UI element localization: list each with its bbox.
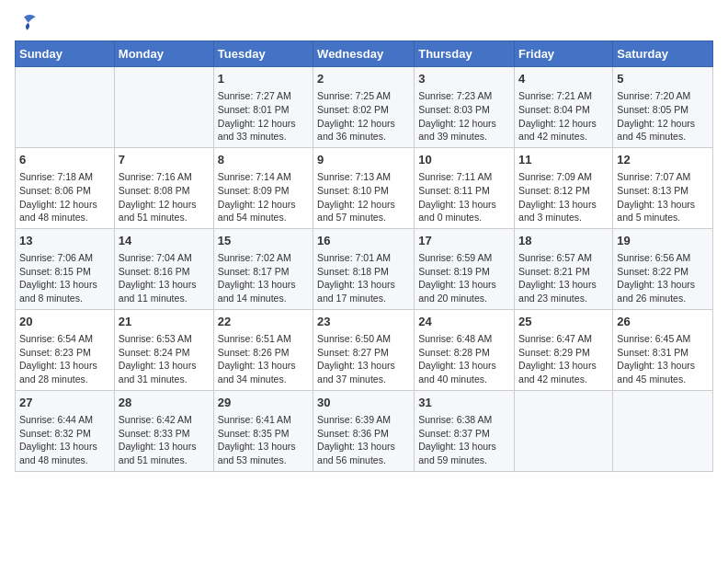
day-header-saturday: Saturday	[613, 41, 713, 67]
cell-content: Sunrise: 6:39 AM Sunset: 8:36 PM Dayligh…	[317, 413, 410, 467]
calendar-cell	[613, 390, 713, 471]
calendar-cell	[515, 390, 613, 471]
cell-content: Sunrise: 7:16 AM Sunset: 8:08 PM Dayligh…	[119, 170, 210, 224]
calendar-cell: 17Sunrise: 6:59 AM Sunset: 8:19 PM Dayli…	[415, 228, 515, 309]
calendar-cell	[114, 67, 213, 148]
cell-content: Sunrise: 6:44 AM Sunset: 8:32 PM Dayligh…	[19, 413, 110, 467]
cell-content: Sunrise: 6:38 AM Sunset: 8:37 PM Dayligh…	[418, 413, 510, 467]
calendar-cell: 24Sunrise: 6:48 AM Sunset: 8:28 PM Dayli…	[415, 309, 515, 390]
day-number: 27	[19, 395, 110, 411]
cell-content: Sunrise: 7:21 AM Sunset: 8:04 PM Dayligh…	[518, 89, 609, 144]
calendar-cell: 7Sunrise: 7:16 AM Sunset: 8:08 PM Daylig…	[114, 147, 213, 228]
calendar-cell: 23Sunrise: 6:50 AM Sunset: 8:27 PM Dayli…	[313, 309, 415, 390]
day-number: 11	[518, 152, 609, 168]
calendar-cell: 20Sunrise: 6:54 AM Sunset: 8:23 PM Dayli…	[16, 309, 115, 390]
cell-content: Sunrise: 6:59 AM Sunset: 8:19 PM Dayligh…	[418, 251, 510, 305]
day-number: 21	[119, 314, 210, 330]
calendar-cell: 29Sunrise: 6:41 AM Sunset: 8:35 PM Dayli…	[213, 390, 313, 471]
day-number: 8	[218, 152, 309, 168]
day-header-thursday: Thursday	[415, 41, 515, 67]
cell-content: Sunrise: 7:01 AM Sunset: 8:18 PM Dayligh…	[317, 251, 410, 305]
day-number: 13	[19, 233, 110, 249]
day-number: 16	[317, 233, 410, 249]
calendar-cell: 11Sunrise: 7:09 AM Sunset: 8:12 PM Dayli…	[515, 147, 613, 228]
day-number: 28	[119, 395, 210, 411]
day-number: 5	[617, 71, 709, 87]
day-number: 29	[218, 395, 309, 411]
day-number: 26	[617, 314, 709, 330]
calendar-table: SundayMondayTuesdayWednesdayThursdayFrid…	[15, 40, 713, 472]
cell-content: Sunrise: 7:06 AM Sunset: 8:15 PM Dayligh…	[19, 251, 110, 305]
calendar-cell: 28Sunrise: 6:42 AM Sunset: 8:33 PM Dayli…	[114, 390, 213, 471]
cell-content: Sunrise: 7:25 AM Sunset: 8:02 PM Dayligh…	[317, 89, 410, 144]
calendar-cell: 8Sunrise: 7:14 AM Sunset: 8:09 PM Daylig…	[213, 147, 313, 228]
calendar-cell: 27Sunrise: 6:44 AM Sunset: 8:32 PM Dayli…	[16, 390, 115, 471]
week-row-2: 6Sunrise: 7:18 AM Sunset: 8:06 PM Daylig…	[16, 147, 713, 228]
calendar-cell: 2Sunrise: 7:25 AM Sunset: 8:02 PM Daylig…	[313, 67, 415, 148]
days-header-row: SundayMondayTuesdayWednesdayThursdayFrid…	[16, 41, 713, 67]
cell-content: Sunrise: 7:27 AM Sunset: 8:01 PM Dayligh…	[218, 89, 309, 144]
calendar-cell: 14Sunrise: 7:04 AM Sunset: 8:16 PM Dayli…	[114, 228, 213, 309]
cell-content: Sunrise: 6:56 AM Sunset: 8:22 PM Dayligh…	[617, 251, 709, 305]
calendar-cell: 15Sunrise: 7:02 AM Sunset: 8:17 PM Dayli…	[213, 228, 313, 309]
calendar-cell: 21Sunrise: 6:53 AM Sunset: 8:24 PM Dayli…	[114, 309, 213, 390]
calendar-cell: 6Sunrise: 7:18 AM Sunset: 8:06 PM Daylig…	[16, 147, 115, 228]
cell-content: Sunrise: 7:18 AM Sunset: 8:06 PM Dayligh…	[19, 170, 110, 224]
day-number: 1	[218, 71, 309, 87]
day-number: 2	[317, 71, 410, 87]
cell-content: Sunrise: 6:51 AM Sunset: 8:26 PM Dayligh…	[218, 332, 309, 386]
cell-content: Sunrise: 7:02 AM Sunset: 8:17 PM Dayligh…	[218, 251, 309, 305]
day-number: 23	[317, 314, 410, 330]
calendar-cell	[16, 67, 115, 148]
cell-content: Sunrise: 6:50 AM Sunset: 8:27 PM Dayligh…	[317, 332, 410, 386]
cell-content: Sunrise: 6:45 AM Sunset: 8:31 PM Dayligh…	[617, 332, 709, 386]
logo	[15, 15, 39, 33]
cell-content: Sunrise: 7:14 AM Sunset: 8:09 PM Dayligh…	[218, 170, 309, 224]
day-header-wednesday: Wednesday	[313, 41, 415, 67]
day-header-friday: Friday	[515, 41, 613, 67]
week-row-1: 1Sunrise: 7:27 AM Sunset: 8:01 PM Daylig…	[16, 67, 713, 148]
day-number: 22	[218, 314, 309, 330]
calendar-cell: 19Sunrise: 6:56 AM Sunset: 8:22 PM Dayli…	[613, 228, 713, 309]
calendar-cell: 13Sunrise: 7:06 AM Sunset: 8:15 PM Dayli…	[16, 228, 115, 309]
cell-content: Sunrise: 7:13 AM Sunset: 8:10 PM Dayligh…	[317, 170, 410, 224]
week-row-5: 27Sunrise: 6:44 AM Sunset: 8:32 PM Dayli…	[16, 390, 713, 471]
cell-content: Sunrise: 7:20 AM Sunset: 8:05 PM Dayligh…	[617, 89, 709, 144]
day-number: 12	[617, 152, 709, 168]
cell-content: Sunrise: 6:57 AM Sunset: 8:21 PM Dayligh…	[518, 251, 609, 305]
calendar-cell: 10Sunrise: 7:11 AM Sunset: 8:11 PM Dayli…	[415, 147, 515, 228]
cell-content: Sunrise: 7:11 AM Sunset: 8:11 PM Dayligh…	[418, 170, 510, 224]
day-number: 18	[518, 233, 609, 249]
day-number: 24	[418, 314, 510, 330]
calendar-cell: 16Sunrise: 7:01 AM Sunset: 8:18 PM Dayli…	[313, 228, 415, 309]
calendar-cell: 30Sunrise: 6:39 AM Sunset: 8:36 PM Dayli…	[313, 390, 415, 471]
header	[15, 15, 713, 33]
day-number: 7	[119, 152, 210, 168]
day-header-tuesday: Tuesday	[213, 41, 313, 67]
calendar-cell: 25Sunrise: 6:47 AM Sunset: 8:29 PM Dayli…	[515, 309, 613, 390]
calendar-cell: 9Sunrise: 7:13 AM Sunset: 8:10 PM Daylig…	[313, 147, 415, 228]
day-number: 30	[317, 395, 410, 411]
calendar-cell: 22Sunrise: 6:51 AM Sunset: 8:26 PM Dayli…	[213, 309, 313, 390]
cell-content: Sunrise: 7:23 AM Sunset: 8:03 PM Dayligh…	[418, 89, 510, 144]
day-header-monday: Monday	[114, 41, 213, 67]
day-number: 31	[418, 395, 510, 411]
week-row-4: 20Sunrise: 6:54 AM Sunset: 8:23 PM Dayli…	[16, 309, 713, 390]
week-row-3: 13Sunrise: 7:06 AM Sunset: 8:15 PM Dayli…	[16, 228, 713, 309]
day-number: 15	[218, 233, 309, 249]
cell-content: Sunrise: 6:48 AM Sunset: 8:28 PM Dayligh…	[418, 332, 510, 386]
day-number: 17	[418, 233, 510, 249]
cell-content: Sunrise: 6:47 AM Sunset: 8:29 PM Dayligh…	[518, 332, 609, 386]
calendar-cell: 26Sunrise: 6:45 AM Sunset: 8:31 PM Dayli…	[613, 309, 713, 390]
cell-content: Sunrise: 6:53 AM Sunset: 8:24 PM Dayligh…	[119, 332, 210, 386]
cell-content: Sunrise: 7:07 AM Sunset: 8:13 PM Dayligh…	[617, 170, 709, 224]
calendar-cell: 12Sunrise: 7:07 AM Sunset: 8:13 PM Dayli…	[613, 147, 713, 228]
calendar-cell: 31Sunrise: 6:38 AM Sunset: 8:37 PM Dayli…	[415, 390, 515, 471]
day-number: 25	[518, 314, 609, 330]
day-number: 3	[418, 71, 510, 87]
logo-bird-icon	[17, 11, 39, 33]
day-number: 14	[119, 233, 210, 249]
cell-content: Sunrise: 6:42 AM Sunset: 8:33 PM Dayligh…	[119, 413, 210, 467]
day-number: 10	[418, 152, 510, 168]
cell-content: Sunrise: 7:09 AM Sunset: 8:12 PM Dayligh…	[518, 170, 609, 224]
